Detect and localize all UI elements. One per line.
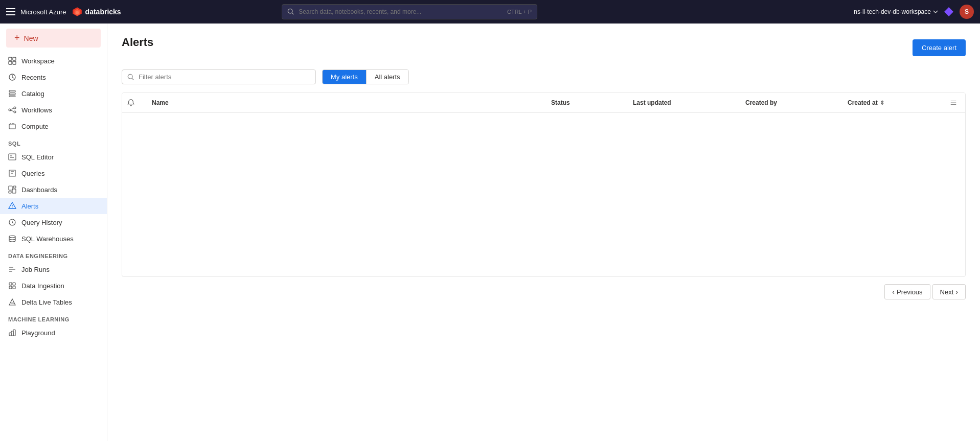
alerts-table: Name Status Last updated Created by Crea… xyxy=(122,92,966,277)
svg-point-46 xyxy=(128,74,132,79)
svg-point-13 xyxy=(9,109,11,111)
svg-rect-6 xyxy=(13,57,16,60)
create-alert-button[interactable]: Create alert xyxy=(913,39,966,56)
diamond-icon xyxy=(944,7,953,16)
sidebar-label-data-ingestion: Data Ingestion xyxy=(21,282,64,290)
sidebar-item-sql-warehouses[interactable]: SQL Warehouses xyxy=(0,230,107,247)
sidebar-item-playground[interactable]: Playground xyxy=(0,324,107,341)
svg-point-34 xyxy=(9,236,15,238)
sidebar-item-query-history[interactable]: Query History xyxy=(0,214,107,230)
sidebar-label-alerts: Alerts xyxy=(21,202,38,210)
sidebar-item-sql-editor[interactable]: SQL Editor xyxy=(0,149,107,165)
sidebar-item-delta-live-tables[interactable]: Delta Live Tables xyxy=(0,294,107,310)
svg-line-4 xyxy=(292,13,293,14)
global-search[interactable]: CTRL + P xyxy=(282,4,537,19)
chevron-right-icon: › xyxy=(955,288,958,296)
th-name: Name xyxy=(147,93,546,112)
search-input[interactable] xyxy=(299,8,503,15)
alerts-tab-group: My alerts All alerts xyxy=(322,69,409,84)
playground-icon xyxy=(8,329,16,337)
sidebar-label-playground: Playground xyxy=(21,329,55,337)
svg-line-17 xyxy=(11,110,14,111)
dashboards-icon xyxy=(8,185,16,194)
sidebar-item-workspace[interactable]: Workspace xyxy=(0,53,107,69)
sidebar-item-dashboards[interactable]: Dashboards xyxy=(0,181,107,198)
job-runs-icon xyxy=(8,265,16,273)
avatar[interactable]: S xyxy=(960,5,974,19)
more-options-icon xyxy=(950,99,957,106)
topbar: Microsoft Azure databricks CTRL + P ns-i… xyxy=(0,0,980,24)
svg-rect-8 xyxy=(13,61,16,64)
svg-point-14 xyxy=(14,107,16,109)
databricks-logo: databricks xyxy=(72,6,121,17)
filter-alerts-input[interactable] xyxy=(139,73,310,81)
layout: + New Workspace Recents Catalog Wo xyxy=(0,24,980,441)
plus-icon: + xyxy=(14,33,20,43)
sidebar-label-catalog: Catalog xyxy=(21,90,44,98)
table-header: Name Status Last updated Created by Crea… xyxy=(122,93,965,113)
th-last-updated: Last updated xyxy=(628,93,740,112)
svg-line-47 xyxy=(132,78,133,80)
sidebar-item-queries[interactable]: Queries xyxy=(0,165,107,181)
sidebar-label-delta-live-tables: Delta Live Tables xyxy=(21,298,72,306)
azure-label: Microsoft Azure xyxy=(20,8,66,16)
new-button[interactable]: + New xyxy=(6,29,101,48)
sidebar-label-sql-warehouses: SQL Warehouses xyxy=(21,235,74,243)
data-eng-section-label: Data Engineering xyxy=(0,247,107,261)
next-button[interactable]: Next › xyxy=(932,284,966,299)
sort-icon: ⇕ xyxy=(880,100,884,106)
svg-rect-5 xyxy=(9,57,12,60)
svg-rect-10 xyxy=(9,90,15,92)
tab-my-alerts[interactable]: My alerts xyxy=(323,70,367,84)
sidebar-label-workflows: Workflows xyxy=(21,106,52,114)
th-created-at[interactable]: Created at ⇕ xyxy=(842,93,945,112)
search-icon xyxy=(287,8,294,15)
sidebar-item-alerts[interactable]: Alerts xyxy=(0,198,107,214)
svg-rect-29 xyxy=(9,191,11,193)
svg-point-32 xyxy=(12,207,12,207)
sidebar-label-compute: Compute xyxy=(21,123,49,130)
sidebar-item-workflows[interactable]: Workflows xyxy=(0,102,107,118)
svg-point-15 xyxy=(14,111,16,113)
svg-rect-39 xyxy=(13,283,15,285)
chevron-left-icon: ‹ xyxy=(892,288,895,296)
sidebar-item-catalog[interactable]: Catalog xyxy=(0,85,107,102)
delta-live-icon xyxy=(8,298,16,306)
sidebar-item-compute[interactable]: Compute xyxy=(0,118,107,134)
workspace-icon xyxy=(8,57,16,65)
tab-all-alerts[interactable]: All alerts xyxy=(367,70,408,84)
sidebar-item-job-runs[interactable]: Job Runs xyxy=(0,261,107,277)
chevron-down-icon xyxy=(933,9,938,14)
topbar-right: ns-ii-tech-dev-db-workspace S xyxy=(854,5,974,19)
data-ingestion-icon xyxy=(8,282,16,290)
sidebar-label-queries: Queries xyxy=(21,170,45,177)
svg-rect-30 xyxy=(12,189,16,193)
sql-warehouses-icon xyxy=(8,235,16,243)
sidebar-label-recents: Recents xyxy=(21,74,46,81)
filter-input-container[interactable] xyxy=(122,69,316,84)
th-actions xyxy=(945,93,965,112)
queries-icon xyxy=(8,169,16,177)
sidebar-item-recents[interactable]: Recents xyxy=(0,69,107,85)
sidebar-label-workspace: Workspace xyxy=(21,57,55,65)
svg-rect-7 xyxy=(9,61,12,64)
svg-rect-27 xyxy=(9,186,12,190)
sql-editor-icon xyxy=(8,153,16,161)
svg-line-16 xyxy=(11,108,14,109)
th-bell xyxy=(122,93,147,112)
main-content: Alerts Create alert My alerts All alerts xyxy=(107,24,980,441)
recents-icon xyxy=(8,73,16,81)
th-created-by: Created by xyxy=(740,93,842,112)
sql-section-label: SQL xyxy=(0,134,107,149)
sidebar-label-job-runs: Job Runs xyxy=(21,266,50,273)
sidebar-item-data-ingestion[interactable]: Data Ingestion xyxy=(0,277,107,294)
previous-button[interactable]: ‹ Previous xyxy=(884,284,930,299)
hamburger-menu-icon[interactable] xyxy=(6,8,15,15)
sidebar-label-sql-editor: SQL Editor xyxy=(21,153,54,161)
table-body xyxy=(122,113,965,276)
alerts-icon xyxy=(8,202,16,210)
sidebar: + New Workspace Recents Catalog Wo xyxy=(0,24,107,441)
svg-point-3 xyxy=(288,9,292,13)
svg-rect-38 xyxy=(9,283,12,285)
workspace-name-label[interactable]: ns-ii-tech-dev-db-workspace xyxy=(854,8,938,15)
